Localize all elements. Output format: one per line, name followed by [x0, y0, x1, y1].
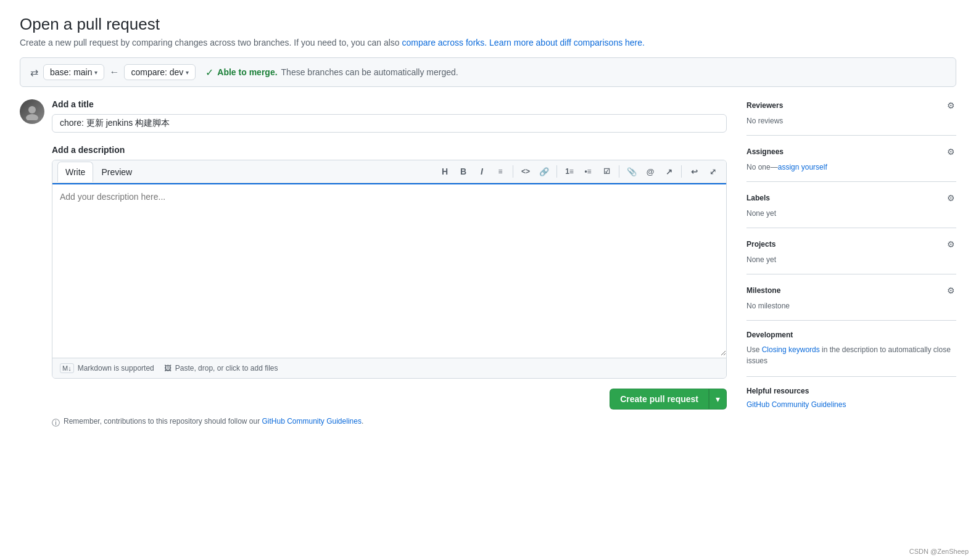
- markdown-icon: M↓: [60, 363, 74, 373]
- closing-keywords-link[interactable]: Closing keywords: [762, 345, 820, 354]
- check-icon: ✓: [205, 67, 213, 78]
- svg-point-1: [26, 114, 38, 120]
- compare-forks-link[interactable]: compare across forks.: [402, 38, 487, 47]
- milestone-header: Milestone ⚙: [746, 284, 956, 297]
- development-section: Development Use Closing keywords in the …: [746, 321, 956, 377]
- reviewers-title: Reviewers: [746, 101, 783, 110]
- editor-tabs: Write Preview H B I ≡ <> 🔗: [52, 160, 726, 183]
- markdown-note: M↓ Markdown is supported: [60, 363, 154, 373]
- development-title: Development: [746, 331, 956, 339]
- branch-bar: ⇄ base: main ▾ ← compare: dev ▾ ✓ Able t…: [20, 57, 956, 87]
- create-pr-button[interactable]: Create pull request: [610, 389, 709, 410]
- create-pr-dropdown-button[interactable]: ▾: [709, 389, 727, 410]
- community-guidelines-link[interactable]: GitHub Community Guidelines: [262, 417, 362, 426]
- heading-btn[interactable]: H: [436, 163, 453, 180]
- milestone-gear-button[interactable]: ⚙: [946, 284, 956, 297]
- attach-btn[interactable]: 📎: [623, 163, 640, 180]
- assignees-gear-button[interactable]: ⚙: [946, 146, 956, 158]
- reviewers-header: Reviewers ⚙: [746, 99, 956, 112]
- reviewers-gear-button[interactable]: ⚙: [946, 99, 956, 112]
- labels-header: Labels ⚙: [746, 192, 956, 204]
- form-body: Add a title Add a description Write Prev…: [52, 99, 727, 429]
- projects-gear-button[interactable]: ⚙: [946, 238, 956, 250]
- compare-branch-select[interactable]: compare: dev ▾: [124, 64, 196, 80]
- undo-btn[interactable]: ↩: [685, 163, 703, 180]
- assign-yourself-link[interactable]: assign yourself: [778, 163, 827, 171]
- description-section: Add a description Write Preview H B I ≡: [52, 145, 727, 379]
- toolbar-separator-1: [513, 165, 513, 178]
- toolbar-separator-4: [681, 165, 682, 178]
- unordered-list-btn[interactable]: •≡: [579, 163, 597, 180]
- description-label: Add a description: [52, 145, 727, 155]
- page-title: Open a pull request: [20, 15, 956, 34]
- bold-btn[interactable]: B: [455, 163, 472, 180]
- pr-title-input[interactable]: [52, 114, 727, 133]
- italic-btn[interactable]: I: [473, 163, 490, 180]
- assignees-title: Assignees: [746, 147, 784, 156]
- development-text: Use Closing keywords in the description …: [746, 344, 956, 366]
- svg-point-0: [28, 106, 36, 113]
- code-btn[interactable]: <>: [517, 163, 534, 180]
- editor-footer: M↓ Markdown is supported 🖼 Paste, drop, …: [52, 358, 726, 378]
- milestone-title: Milestone: [746, 286, 780, 295]
- toolbar-separator-2: [556, 165, 557, 178]
- base-branch-select[interactable]: base: main ▾: [43, 64, 104, 80]
- image-icon: 🖼: [164, 364, 172, 373]
- mention-btn[interactable]: @: [642, 163, 659, 180]
- main-content: Add a title Add a description Write Prev…: [20, 99, 727, 429]
- reviewers-value: No reviews: [746, 117, 956, 125]
- compare-chevron-icon: ▾: [186, 69, 189, 76]
- assignees-value: No one—assign yourself: [746, 163, 956, 171]
- assignees-section: Assignees ⚙ No one—assign yourself: [746, 136, 956, 182]
- labels-section: Labels ⚙ None yet: [746, 182, 956, 228]
- labels-title: Labels: [746, 194, 770, 202]
- branch-direction-icon: ←: [109, 67, 119, 78]
- write-tab[interactable]: Write: [57, 162, 93, 182]
- remember-note: ⓘ Remember, contributions to this reposi…: [52, 417, 727, 429]
- toolbar-separator-3: [619, 165, 619, 178]
- base-chevron-icon: ▾: [94, 69, 97, 76]
- link-btn[interactable]: 🔗: [536, 163, 553, 180]
- avatar: [20, 99, 44, 124]
- projects-header: Projects ⚙: [746, 238, 956, 250]
- editor-toolbar: H B I ≡ <> 🔗 1≡ •≡ ☑: [436, 160, 721, 183]
- editor-container: Write Preview H B I ≡ <> 🔗: [52, 160, 727, 379]
- fullscreen-btn[interactable]: ⤢: [704, 163, 721, 180]
- quote-btn[interactable]: ≡: [492, 163, 509, 180]
- helpful-resources-section: Helpful resources GitHub Community Guide…: [746, 377, 956, 419]
- projects-title: Projects: [746, 240, 775, 249]
- description-textarea[interactable]: [52, 183, 726, 356]
- preview-tab[interactable]: Preview: [93, 162, 140, 182]
- github-guidelines-link[interactable]: GitHub Community Guidelines: [746, 400, 956, 409]
- task-list-btn[interactable]: ☑: [598, 163, 615, 180]
- ordered-list-btn[interactable]: 1≡: [561, 163, 578, 180]
- reference-btn[interactable]: ↗: [660, 163, 677, 180]
- labels-gear-button[interactable]: ⚙: [946, 192, 956, 204]
- learn-more-link[interactable]: Learn more about diff comparisons here.: [489, 38, 645, 47]
- title-section-label: Add a title: [52, 99, 727, 109]
- sidebar: Reviewers ⚙ No reviews Assignees ⚙ No on…: [746, 99, 956, 419]
- assignees-header: Assignees ⚙: [746, 146, 956, 158]
- branch-swap-icon: ⇄: [30, 67, 38, 78]
- main-layout: Add a title Add a description Write Prev…: [20, 99, 956, 429]
- info-icon: ⓘ: [52, 418, 60, 429]
- labels-value: None yet: [746, 209, 956, 218]
- reviewers-section: Reviewers ⚙ No reviews: [746, 99, 956, 136]
- milestone-value: No milestone: [746, 302, 956, 310]
- page-subtitle: Create a new pull request by comparing c…: [20, 38, 956, 47]
- merge-status: ✓ Able to merge. These branches can be a…: [205, 67, 458, 78]
- form-section: Add a title Add a description Write Prev…: [20, 99, 727, 429]
- form-actions: Create pull request ▾: [52, 389, 727, 410]
- projects-value: None yet: [746, 255, 956, 264]
- page-header: Open a pull request Create a new pull re…: [20, 15, 956, 47]
- helpful-title: Helpful resources: [746, 387, 956, 395]
- projects-section: Projects ⚙ None yet: [746, 228, 956, 274]
- file-note[interactable]: 🖼 Paste, drop, or click to add files: [164, 364, 278, 373]
- milestone-section: Milestone ⚙ No milestone: [746, 274, 956, 321]
